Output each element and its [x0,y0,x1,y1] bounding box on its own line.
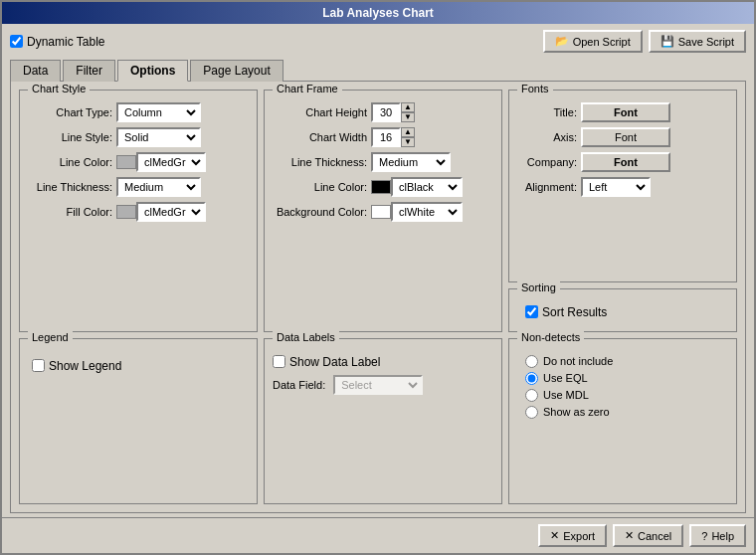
frame-line-thickness-label: Line Thickness: [273,156,367,168]
line-color-select[interactable]: clMedGre clBlack clWhite [136,152,206,172]
show-as-zero-radio[interactable] [525,406,538,419]
show-data-label-checkbox[interactable] [273,355,285,368]
fill-color-label: Fill Color: [28,206,112,218]
window-title: Lab Analyses Chart [322,6,434,20]
fill-color-select[interactable]: clMedGre clBlack clWhite [136,202,206,222]
do-not-include-radio[interactable] [525,355,538,368]
sort-results-checkbox[interactable] [525,305,538,318]
frame-line-color-swatch [371,180,391,194]
show-as-zero-text: Show as zero [543,406,610,418]
chart-width-label: Chart Width [273,131,367,143]
data-field-row: Data Field: Select [273,375,493,395]
title-font-label: Title: [517,106,577,118]
frame-bg-color-wrapper: clWhite clBlack clMedGre [371,202,463,222]
save-script-button[interactable]: 💾 Save Script [649,30,746,53]
use-eql-radio[interactable] [525,372,538,385]
dynamic-table-checkbox-label[interactable]: Dynamic Table [10,35,104,49]
chart-height-up[interactable]: ▲ [401,102,415,112]
use-mdl-radio[interactable] [525,389,538,402]
frame-bg-color-select[interactable]: clWhite clBlack clMedGre [391,202,463,222]
show-data-label-wrapper[interactable]: Show Data Label [273,355,380,369]
line-style-label: Line Style: [28,131,112,143]
chart-width-spin: ▲ ▼ [371,127,415,147]
legend-group: Legend Show Legend [19,338,258,505]
legend-title: Legend [28,331,73,343]
export-button[interactable]: ✕ Export [538,524,607,547]
chart-height-input[interactable] [371,102,401,122]
chart-type-row: Chart Type: Column Bar Line Pie [28,102,249,122]
right-top-column: Fonts Title: Font Axis: Font Company: Fo… [508,90,737,332]
help-button[interactable]: ? Help [689,524,746,547]
sorting-group: Sorting Sort Results [508,288,737,332]
use-mdl-row: Use MDL [525,389,720,402]
toolbar-left: Dynamic Table [10,35,104,49]
cancel-icon: ✕ [625,529,634,542]
frame-line-thickness-row: Line Thickness: Thin Medium Thick [273,152,493,172]
show-as-zero-label[interactable]: Show as zero [525,406,610,419]
data-field-label: Data Field: [273,379,325,391]
chart-width-down[interactable]: ▼ [401,137,415,147]
chart-style-group: Chart Style Chart Type: Column Bar Line … [19,90,258,332]
cancel-label: Cancel [638,530,671,542]
alignment-select[interactable]: Left Center Right [581,177,651,197]
chart-frame-group: Chart Frame Chart Height ▲ ▼ Chart Width [264,90,502,332]
cancel-button[interactable]: ✕ Cancel [613,524,683,547]
line-color-wrapper: clMedGre clBlack clWhite [116,152,206,172]
use-mdl-label[interactable]: Use MDL [525,389,589,402]
axis-font-button[interactable]: Font [581,127,670,147]
alignment-label: Alignment: [517,181,577,193]
frame-line-color-select[interactable]: clBlack clWhite clMedGre [391,177,463,197]
chart-frame-title: Chart Frame [273,83,342,94]
axis-font-label: Axis: [517,131,577,143]
line-style-select[interactable]: Solid Dashed Dotted [116,127,201,147]
dynamic-table-checkbox[interactable] [10,35,23,48]
show-legend-label[interactable]: Show Legend [32,359,245,373]
help-label: Help [711,530,734,542]
tab-data[interactable]: Data [10,60,61,82]
help-icon: ? [701,530,707,542]
non-detects-title: Non-detects [517,331,584,343]
chart-height-spin: ▲ ▼ [371,102,415,122]
chart-width-spinners: ▲ ▼ [401,127,415,147]
content-area: Chart Style Chart Type: Column Bar Line … [10,81,746,513]
title-font-row: Title: Font [517,102,728,122]
non-detects-group: Non-detects Do not include Use EQL [508,338,737,505]
line-thickness-select[interactable]: Thin Medium Thick [116,177,201,197]
chart-type-label: Chart Type: [28,106,112,118]
fonts-group: Fonts Title: Font Axis: Font Company: Fo… [508,90,737,282]
frame-bg-color-label: Background Color: [273,206,367,218]
dynamic-table-label: Dynamic Table [27,35,104,49]
toolbar-right: 📂 Open Script 💾 Save Script [543,30,746,53]
company-font-label: Company: [517,156,577,168]
line-color-label: Line Color: [28,156,112,168]
sorting-title: Sorting [517,281,560,293]
frame-line-thickness-select[interactable]: Thin Medium Thick [371,152,451,172]
chart-height-down[interactable]: ▼ [401,112,415,122]
line-thickness-label: Line Thickness: [28,181,112,193]
tab-options[interactable]: Options [117,60,188,82]
data-labels-group: Data Labels Show Data Label Data Field: … [264,338,502,505]
use-eql-row: Use EQL [525,372,720,385]
line-style-row: Line Style: Solid Dashed Dotted [28,127,249,147]
tab-filter[interactable]: Filter [63,60,115,82]
chart-height-row: Chart Height ▲ ▼ [273,102,493,122]
use-eql-label[interactable]: Use EQL [525,372,588,385]
do-not-include-label[interactable]: Do not include [525,355,613,368]
data-field-select[interactable]: Select [333,375,423,395]
bottom-bar: ✕ Export ✕ Cancel ? Help [2,517,754,553]
title-bar: Lab Analyses Chart [2,2,754,24]
open-script-button[interactable]: 📂 Open Script [543,30,643,53]
axis-font-row: Axis: Font [517,127,728,147]
fonts-title: Fonts [517,83,553,94]
show-data-label-text: Show Data Label [289,355,380,369]
chart-type-select[interactable]: Column Bar Line Pie [116,102,201,122]
alignment-row: Alignment: Left Center Right [517,177,728,197]
show-legend-text: Show Legend [49,359,121,373]
show-legend-checkbox[interactable] [32,359,45,372]
sort-results-label[interactable]: Sort Results [525,305,720,319]
company-font-button[interactable]: Font [581,152,670,172]
tab-page-layout[interactable]: Page Layout [190,60,283,82]
title-font-button[interactable]: Font [581,102,670,122]
chart-width-up[interactable]: ▲ [401,127,415,137]
chart-width-input[interactable] [371,127,401,147]
